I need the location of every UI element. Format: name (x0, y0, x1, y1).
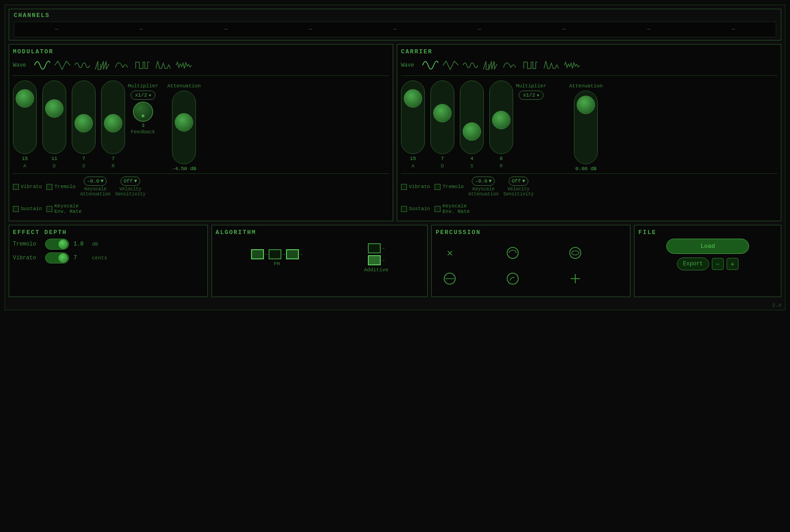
modulator-atten-thumb[interactable] (175, 113, 193, 132)
carrier-tremolo-checkbox[interactable] (435, 184, 441, 190)
modulator-wave-hump[interactable] (114, 59, 132, 72)
modulator-keyscale-env-check[interactable]: KeyscaleEnv. Rate (46, 203, 81, 214)
modulator-tremolo-check[interactable]: Tremolo (46, 184, 75, 190)
modulator-vibrato-check[interactable]: Vibrato (13, 184, 42, 190)
algorithm-title: ALGORITHM (216, 229, 424, 236)
channel-8[interactable]: − (647, 26, 651, 33)
modulator-feedback-knob[interactable] (133, 102, 153, 122)
modulator-wave-noise[interactable] (175, 59, 192, 72)
modulator-attenuation-group: Attenuation -4.50 dB (167, 83, 201, 172)
carrier-sustain-check[interactable]: Sustain (401, 203, 430, 214)
channel-4[interactable]: − (309, 26, 312, 33)
modulator-slider-r: 7 R (101, 80, 125, 169)
carrier-wave-triangle[interactable] (441, 59, 459, 72)
carrier-slider-track-r[interactable] (489, 80, 513, 154)
modulator-slider-track-s[interactable] (72, 80, 96, 154)
modulator-thumb-a[interactable] (16, 89, 34, 108)
modulator-wave-sawtooth[interactable] (94, 59, 111, 72)
algorithm-display: → → → FM (216, 239, 424, 277)
carrier-wave-noise[interactable] (563, 59, 580, 72)
export-plus-button[interactable]: + (727, 258, 738, 270)
modulator-multiplier-dropdown[interactable]: x1/2 (131, 91, 155, 100)
carrier-slider-track-a[interactable] (401, 80, 425, 154)
modulator-tremolo-label: Tremolo (54, 184, 75, 189)
carrier-wave-sawtooth[interactable] (482, 59, 499, 72)
modulator-wave-options (33, 59, 192, 72)
modulator-thumb-r[interactable] (104, 114, 122, 132)
channel-9[interactable]: − (732, 26, 735, 33)
modulator-wave-pulse[interactable] (134, 59, 152, 72)
carrier-slider-track-s[interactable] (460, 80, 484, 154)
perc-icon-4[interactable] (439, 268, 460, 289)
modulator-thumb-d[interactable] (45, 99, 63, 118)
carrier-thumb-s[interactable] (463, 122, 481, 141)
modulator-slider-track-r[interactable] (101, 80, 125, 154)
channel-2[interactable]: − (139, 26, 143, 33)
fm-block[interactable]: → → → FM (251, 249, 303, 267)
carrier-vibrato-check[interactable]: Vibrato (401, 184, 430, 190)
carrier-tremolo-check[interactable]: Tremolo (435, 184, 464, 190)
perc-icon-1[interactable]: ✕ (439, 242, 460, 263)
additive-block[interactable]: → → Additive (364, 243, 389, 273)
carrier-slider-track-d[interactable] (430, 80, 454, 154)
carrier-slider-s: 4 S (460, 80, 484, 169)
carrier-thumb-r[interactable] (492, 111, 510, 129)
channel-1[interactable]: − (55, 26, 58, 33)
modulator-slider-d: 11 D (42, 80, 66, 169)
carrier-keyscale-atten-label: KeyscaleAttenuation (468, 187, 498, 197)
modulator-wave-sine[interactable] (33, 59, 51, 72)
channel-7[interactable]: − (562, 26, 566, 33)
modulator-thumb-s[interactable] (74, 114, 93, 132)
fm-car-box (286, 249, 299, 259)
carrier-sustain-checkbox[interactable] (401, 206, 407, 212)
channel-6[interactable]: − (478, 26, 481, 33)
modulator-wave-spike[interactable] (155, 59, 172, 72)
carrier-vel-sens-dropdown[interactable]: Off ▼ (509, 177, 528, 186)
modulator-wave-triangle[interactable] (53, 59, 71, 72)
carrier-thumb-a[interactable] (404, 89, 422, 108)
modulator-slider-track-a[interactable] (13, 80, 37, 154)
modulator-vibrato-checkbox[interactable] (13, 184, 19, 190)
carrier-keyscale-env-label: KeyscaleEnv. Rate (442, 203, 469, 214)
carrier-wave-pulse[interactable] (522, 59, 540, 72)
modulator-slider-track-d[interactable] (42, 80, 66, 154)
carrier-wave-sine[interactable] (421, 59, 439, 72)
modulator-sustain-check[interactable]: Sustain (13, 203, 42, 214)
carrier-multiplier-dropdown[interactable]: x1/2 (519, 91, 543, 100)
export-minus-button[interactable]: − (712, 258, 724, 270)
modulator-sustain-checkbox[interactable] (13, 206, 19, 212)
carrier-keyscale-env-checkbox[interactable] (435, 206, 441, 212)
carrier-atten-slider[interactable] (574, 91, 598, 164)
effect-depth-title: EFFECT DEPTH (13, 229, 204, 236)
carrier-wave-spike[interactable] (543, 59, 560, 72)
tremolo-toggle[interactable] (45, 239, 69, 250)
load-button[interactable]: Load (666, 239, 749, 254)
modulator-atten-slider[interactable] (172, 91, 196, 164)
perc-icon-2[interactable] (502, 242, 523, 263)
modulator-tremolo-checkbox[interactable] (46, 184, 52, 190)
modulator-wave-double-sine[interactable] (74, 59, 91, 72)
perc-icon-3[interactable] (565, 242, 586, 263)
channel-5[interactable]: − (393, 26, 397, 33)
perc-icon-6[interactable] (565, 268, 586, 289)
carrier-keyscale-env-check[interactable]: KeyscaleEnv. Rate (435, 203, 469, 214)
channel-3[interactable]: − (224, 26, 228, 33)
carrier-wave-hump[interactable] (502, 59, 520, 72)
modulator-keyscale-atten-dropdown[interactable]: -0.0 ▼ (84, 177, 107, 186)
effect-depth-panel: EFFECT DEPTH Tremolo 1.0 dB Vibrato 7 ce… (9, 225, 208, 297)
export-button[interactable]: Export (677, 257, 709, 270)
perc-icon-5[interactable] (502, 268, 523, 289)
vibrato-unit: cents (92, 255, 107, 261)
carrier-vibrato-label: Vibrato (409, 184, 430, 189)
vibrato-toggle[interactable] (45, 252, 69, 263)
carrier-thumb-d[interactable] (433, 104, 452, 122)
carrier-vibrato-checkbox[interactable] (401, 184, 407, 190)
tremolo-thumb (58, 240, 68, 249)
modulator-options-row: Vibrato Tremolo -0.0 ▼ KeyscaleAttenuati… (13, 173, 389, 217)
carrier-atten-thumb[interactable] (577, 96, 595, 114)
carrier-wave-double-sine[interactable] (462, 59, 479, 72)
modulator-vel-sens-dropdown[interactable]: Off ▼ (120, 177, 140, 186)
carrier-keyscale-atten-dropdown[interactable]: -0.0 ▼ (472, 177, 495, 186)
modulator-right-controls: Multiplier x1/2 3 Feedback Atte (128, 83, 201, 173)
modulator-keyscale-env-checkbox[interactable] (46, 206, 52, 212)
